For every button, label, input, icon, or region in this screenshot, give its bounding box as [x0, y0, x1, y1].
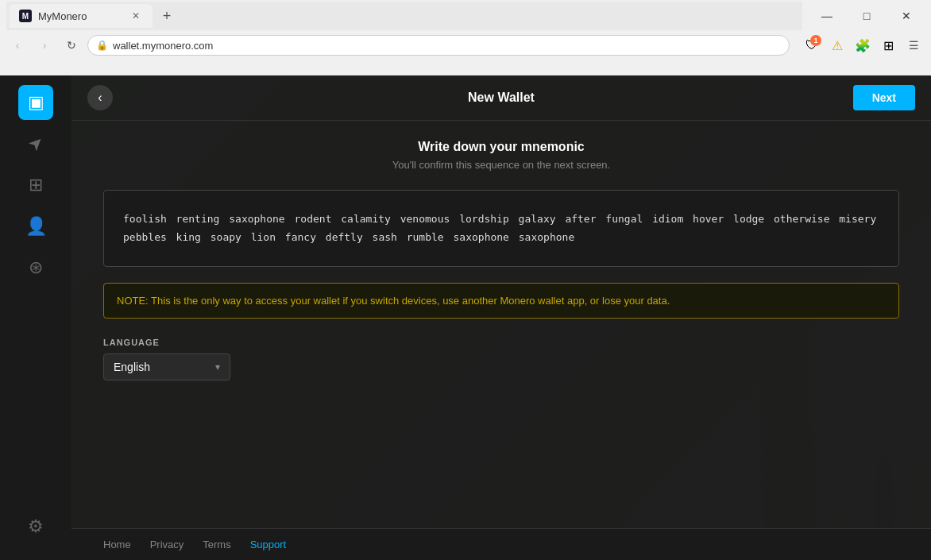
contacts-icon: 👤 — [25, 216, 47, 237]
title-bar: M MyMonero ✕ + — □ ✕ — [0, 0, 931, 32]
minimize-button[interactable]: — — [809, 3, 845, 29]
sidebar-item-settings[interactable]: ⚙ — [18, 509, 53, 544]
mnemonic-display: foolish renting saxophone rodent calamit… — [103, 190, 899, 267]
language-dropdown[interactable]: English ▾ — [103, 353, 230, 380]
tab-title: MyMonero — [38, 10, 87, 22]
close-button[interactable]: ✕ — [888, 3, 925, 29]
alert-icon-button[interactable]: ⚠ — [826, 34, 848, 56]
browser-menu-button[interactable]: ☰ — [902, 34, 925, 56]
window-controls: — □ ✕ — [809, 3, 925, 29]
app-container: ▣ ➤ ⊞ 👤 ⊛ ⚙ ‹ New Wallet Next — [0, 75, 931, 560]
wallet-icon: ▣ — [28, 92, 44, 113]
footer-link-home[interactable]: Home — [103, 539, 131, 550]
maximize-button[interactable]: □ — [848, 3, 885, 29]
footer-link-terms[interactable]: Terms — [203, 539, 230, 550]
language-selected-value: English — [114, 361, 150, 373]
tab-close-button[interactable]: ✕ — [129, 9, 143, 23]
shield-badge: 🛡 1 — [805, 38, 818, 52]
new-tab-button[interactable]: + — [156, 5, 178, 27]
mnemonic-text: foolish renting saxophone rodent calamit… — [123, 213, 876, 243]
shield-badge-count: 1 — [810, 35, 821, 46]
url-text: wallet.mymonero.com — [113, 40, 213, 52]
section-subtitle: You'll confirm this sequence on the next… — [103, 159, 899, 171]
lock-icon: 🔒 — [96, 40, 108, 51]
sidebar-item-qr[interactable]: ⊞ — [18, 168, 53, 203]
note-text: NOTE: This is the only way to access you… — [117, 295, 670, 307]
browser-chrome: M MyMonero ✕ + — □ ✕ ‹ › ↻ 🔒 wallet.mymo… — [0, 0, 931, 75]
browser-tab[interactable]: M MyMonero ✕ — [10, 4, 153, 28]
extensions-button[interactable]: 🧩 — [852, 34, 874, 56]
next-button[interactable]: Next — [853, 85, 915, 110]
exchange-icon: ⊛ — [29, 257, 43, 278]
alert-icon: ⚠ — [832, 38, 843, 53]
sidebar-item-exchange[interactable]: ⊛ — [18, 250, 53, 285]
chevron-left-icon: ‹ — [98, 91, 102, 105]
forward-button[interactable]: › — [33, 34, 56, 56]
settings-icon: ⚙ — [28, 516, 44, 537]
tabs-button[interactable]: ⊞ — [877, 34, 899, 56]
wallet-footer: Home Privacy Terms Support — [71, 528, 931, 560]
wallet-header: ‹ New Wallet Next — [71, 75, 931, 121]
sidebar-item-contacts[interactable]: 👤 — [18, 209, 53, 244]
chevron-down-icon: ▾ — [215, 361, 220, 373]
main-content: ‹ New Wallet Next Write down your mnemon… — [71, 75, 931, 560]
address-bar: ‹ › ↻ 🔒 wallet.mymonero.com 🛡 1 ⚠ 🧩 ⊞ — [0, 32, 931, 59]
language-label: LANGUAGE — [103, 338, 899, 347]
footer-link-support[interactable]: Support — [250, 539, 287, 550]
footer-link-privacy[interactable]: Privacy — [150, 539, 184, 550]
tab-bar: M MyMonero ✕ + — [6, 2, 802, 30]
tabs-icon: ⊞ — [883, 38, 894, 53]
wallet-body: Write down your mnemonic You'll confirm … — [71, 121, 931, 528]
back-button[interactable]: ‹ — [87, 85, 113, 110]
page-title: New Wallet — [468, 91, 535, 105]
tab-favicon: M — [19, 10, 32, 22]
sidebar-item-send[interactable]: ➤ — [18, 126, 53, 161]
browser-extensions: 🛡 1 ⚠ 🧩 ⊞ ☰ — [801, 34, 925, 56]
note-box: NOTE: This is the only way to access you… — [103, 283, 899, 319]
back-button[interactable]: ‹ — [6, 34, 29, 56]
qr-icon: ⊞ — [29, 175, 43, 195]
sidebar: ▣ ➤ ⊞ 👤 ⊛ ⚙ — [0, 75, 71, 560]
send-icon: ➤ — [23, 131, 48, 156]
refresh-button[interactable]: ↻ — [60, 34, 83, 56]
brave-shield-button[interactable]: 🛡 1 — [801, 34, 823, 56]
language-section: LANGUAGE English ▾ — [103, 338, 899, 380]
section-title: Write down your mnemonic — [103, 140, 899, 154]
wallet-panel: ‹ New Wallet Next Write down your mnemon… — [71, 75, 931, 560]
sidebar-item-wallet[interactable]: ▣ — [18, 85, 53, 120]
url-bar[interactable]: 🔒 wallet.mymonero.com — [87, 35, 790, 56]
puzzle-icon: 🧩 — [855, 38, 871, 53]
